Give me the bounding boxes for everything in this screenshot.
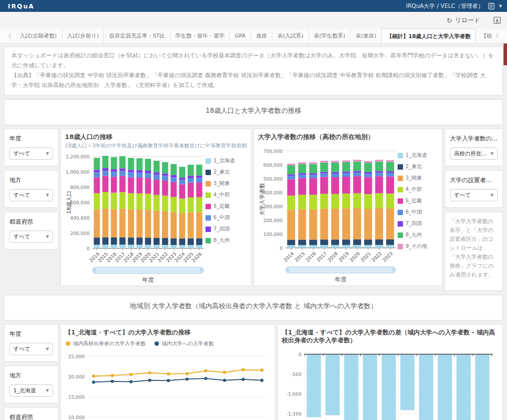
line-point[interactable] bbox=[186, 372, 189, 375]
bar-seg[interactable] bbox=[145, 238, 151, 245]
bar-seg[interactable] bbox=[353, 208, 361, 239]
bar-seg[interactable] bbox=[196, 238, 202, 245]
bar-seg[interactable] bbox=[94, 245, 100, 248]
chart-svg-pop18[interactable]: 0200,000400,000600,000800,0001,000,0001,… bbox=[65, 149, 205, 285]
diff-bar[interactable] bbox=[438, 355, 452, 420]
legend-item[interactable]: 3_関東 bbox=[205, 180, 245, 187]
bar-seg[interactable] bbox=[119, 169, 125, 171]
bar-seg[interactable] bbox=[364, 240, 372, 245]
bar-seg[interactable] bbox=[342, 161, 350, 163]
bar-seg[interactable] bbox=[353, 171, 361, 173]
bar-seg[interactable] bbox=[188, 165, 194, 176]
legend-item[interactable]: 3_関東 bbox=[398, 175, 437, 182]
bar-seg[interactable] bbox=[298, 245, 306, 248]
diff-bar[interactable] bbox=[325, 355, 340, 415]
bar-seg[interactable] bbox=[188, 197, 194, 212]
bar-seg[interactable] bbox=[375, 171, 383, 173]
bar-seg[interactable] bbox=[94, 178, 100, 193]
bar-seg[interactable] bbox=[309, 173, 317, 175]
bar-seg[interactable] bbox=[375, 239, 383, 245]
bar-seg[interactable] bbox=[179, 199, 185, 214]
tab-students[interactable]: 学生数・留年・退学 bbox=[170, 29, 229, 43]
bar-seg[interactable] bbox=[364, 178, 372, 194]
bar-seg[interactable] bbox=[179, 178, 185, 180]
bar-seg[interactable] bbox=[320, 245, 328, 248]
bar-seg[interactable] bbox=[196, 197, 202, 213]
bar-seg[interactable] bbox=[386, 245, 394, 248]
bar-seg[interactable] bbox=[298, 173, 306, 175]
bar-seg[interactable] bbox=[287, 196, 295, 210]
bar-seg[interactable] bbox=[162, 196, 168, 211]
bar-seg[interactable] bbox=[364, 161, 372, 163]
tab-stats-population-active[interactable]: 【統計】18歳人口と大学入学者数 bbox=[381, 29, 476, 43]
bar-seg[interactable] bbox=[342, 240, 350, 245]
bar-seg[interactable] bbox=[331, 177, 339, 194]
bar-seg[interactable] bbox=[309, 245, 317, 248]
diff-bar[interactable] bbox=[382, 355, 396, 420]
legend-item[interactable]: 1_北海道 bbox=[205, 157, 245, 164]
filter-pref-select[interactable]: すべて ▼ bbox=[9, 231, 53, 243]
bar-seg[interactable] bbox=[353, 160, 361, 162]
bar-seg[interactable] bbox=[320, 161, 328, 163]
bar-seg[interactable] bbox=[137, 245, 143, 248]
line-point[interactable] bbox=[167, 379, 170, 382]
bar-seg[interactable] bbox=[331, 161, 339, 163]
bar-seg[interactable] bbox=[145, 178, 151, 194]
bar-seg[interactable] bbox=[170, 175, 176, 178]
bar-seg[interactable] bbox=[287, 166, 295, 175]
bar-seg[interactable] bbox=[298, 210, 306, 240]
bar-seg[interactable] bbox=[353, 162, 361, 171]
bar-seg[interactable] bbox=[331, 174, 339, 177]
bar-seg[interactable] bbox=[386, 160, 394, 162]
reload-button[interactable]: ↻ リロード bbox=[447, 16, 480, 25]
bar-seg[interactable] bbox=[145, 173, 151, 178]
bar-seg[interactable] bbox=[375, 245, 383, 248]
bar-seg[interactable] bbox=[153, 211, 159, 238]
legend-item[interactable]: 9_その他 bbox=[398, 243, 437, 250]
bar-seg[interactable] bbox=[386, 239, 394, 245]
bar-seg[interactable] bbox=[145, 245, 151, 248]
legend-item[interactable]: 7_四国 bbox=[205, 226, 245, 233]
bar-seg[interactable] bbox=[153, 180, 159, 195]
legend-item[interactable]: 6_中国 bbox=[398, 209, 437, 216]
bar-seg[interactable] bbox=[162, 245, 168, 248]
line-point[interactable] bbox=[111, 374, 114, 377]
line-point[interactable] bbox=[204, 377, 207, 380]
bar-seg[interactable] bbox=[188, 178, 194, 183]
bar-seg[interactable] bbox=[145, 171, 151, 173]
bar-seg[interactable] bbox=[364, 194, 372, 209]
bar-seg[interactable] bbox=[298, 163, 306, 164]
bar-seg[interactable] bbox=[298, 179, 306, 195]
bar-seg[interactable] bbox=[353, 173, 361, 177]
bar-seg[interactable] bbox=[287, 240, 295, 245]
bar-seg[interactable] bbox=[298, 195, 306, 209]
bar-seg[interactable] bbox=[287, 245, 295, 248]
line-point[interactable] bbox=[92, 380, 95, 383]
filter-year-select[interactable]: すべて ▼ bbox=[9, 147, 53, 160]
bar-seg[interactable] bbox=[309, 164, 317, 173]
line-point[interactable] bbox=[129, 373, 132, 375]
bar-seg[interactable] bbox=[342, 245, 350, 248]
bar-seg[interactable] bbox=[145, 194, 151, 210]
bar-seg[interactable] bbox=[137, 193, 143, 210]
bar-seg[interactable] bbox=[179, 239, 185, 245]
tab-exam-yield[interactable]: 入試(歩留り) bbox=[62, 29, 104, 43]
bar-seg[interactable] bbox=[119, 237, 125, 245]
line-point[interactable] bbox=[92, 374, 95, 377]
bar-seg[interactable] bbox=[162, 238, 168, 245]
bar-seg[interactable] bbox=[111, 245, 117, 248]
bar-seg[interactable] bbox=[287, 164, 295, 165]
legend-item[interactable]: 域内高校出身者の大学入学者数 bbox=[66, 340, 146, 347]
bar-seg[interactable] bbox=[353, 245, 361, 248]
bar-seg[interactable] bbox=[153, 238, 159, 245]
bar-seg[interactable] bbox=[170, 182, 176, 197]
line-point[interactable] bbox=[242, 377, 245, 380]
bar-seg[interactable] bbox=[128, 245, 134, 248]
tabs-scroll-right[interactable]: 》 bbox=[492, 29, 505, 43]
filter2-year-select[interactable]: すべて ▼ bbox=[9, 343, 53, 355]
bar-seg[interactable] bbox=[119, 209, 125, 237]
chart-entrants[interactable]: 0100,000200,000300,000400,000500,000600,… bbox=[258, 144, 398, 285]
legend-item[interactable]: 5_近畿 bbox=[205, 203, 245, 210]
bar-seg[interactable] bbox=[353, 193, 361, 208]
diff-bar[interactable] bbox=[475, 355, 490, 420]
